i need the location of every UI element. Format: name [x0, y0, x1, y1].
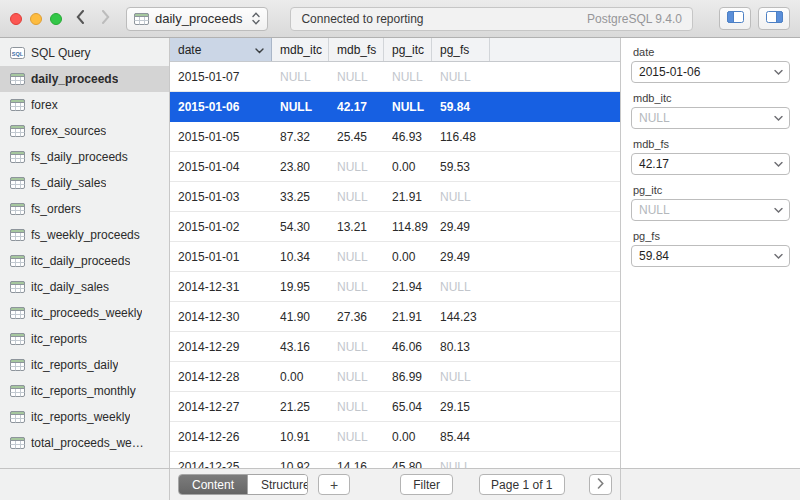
cell-mdb_fs: 25.45 — [329, 130, 384, 144]
table-icon — [10, 125, 25, 137]
zoom-window-button[interactable] — [50, 13, 62, 25]
row-filler — [490, 242, 620, 271]
filter-button[interactable]: Filter — [400, 474, 453, 495]
next-page-button[interactable] — [589, 474, 612, 495]
chevron-right-icon — [597, 478, 604, 492]
table-row[interactable]: 2015-01-0110.34NULL0.0029.49 — [170, 242, 620, 272]
cell-mdb_fs: NULL — [329, 160, 384, 174]
cell-mdb_itc: 0.00 — [272, 370, 329, 384]
cell-pg_fs: 29.49 — [432, 250, 490, 264]
bottom-bar-inspector-spacer — [620, 469, 800, 500]
table-icon — [10, 203, 25, 215]
sidebar-item-daily-proceeds[interactable]: daily_proceeds — [0, 66, 169, 92]
table-row[interactable]: 2014-12-2943.16NULL46.0680.13 — [170, 332, 620, 362]
cell-pg_itc: NULL — [384, 70, 432, 84]
cell-mdb_itc: 10.92 — [272, 460, 329, 469]
cell-date: 2015-01-07 — [170, 70, 272, 84]
sidebar-item-fs-daily-proceeds[interactable]: fs_daily_proceeds — [0, 144, 169, 170]
cell-pg_fs: 144.23 — [432, 310, 490, 324]
table-row[interactable]: 2015-01-07NULLNULLNULLNULL — [170, 62, 620, 92]
forward-button[interactable] — [101, 10, 110, 27]
cell-pg_itc: 45.80 — [384, 460, 432, 469]
sidebar-item-itc-reports-daily[interactable]: itc_reports_daily — [0, 352, 169, 378]
sidebar-item-itc-reports-weekly[interactable]: itc_reports_weekly — [0, 404, 169, 430]
cell-mdb_itc: 21.25 — [272, 400, 329, 414]
table-row[interactable]: 2014-12-280.00NULL86.99NULL — [170, 362, 620, 392]
sidebar-item-itc-reports-monthly[interactable]: itc_reports_monthly — [0, 378, 169, 404]
table-selector-dropdown[interactable]: daily_proceeds — [126, 7, 268, 31]
field-value: 59.84 — [639, 249, 669, 263]
cell-mdb_fs: 42.17 — [329, 100, 384, 114]
table-row[interactable]: 2014-12-3119.95NULL21.94NULL — [170, 272, 620, 302]
table-icon — [10, 307, 25, 319]
sidebar-item-fs-daily-sales[interactable]: fs_daily_sales — [0, 170, 169, 196]
column-header-mdb_itc[interactable]: mdb_itc — [272, 38, 329, 61]
cell-pg_fs: NULL — [432, 460, 490, 469]
back-button[interactable] — [76, 10, 85, 27]
field-value-combo[interactable]: 59.84 — [631, 245, 790, 267]
sidebar-item-itc-reports[interactable]: itc_reports — [0, 326, 169, 352]
table-row[interactable]: 2014-12-2610.91NULL0.0085.44 — [170, 422, 620, 452]
table-row[interactable]: 2015-01-0254.3013.21114.8929.49 — [170, 212, 620, 242]
field-value: 2015-01-06 — [639, 65, 700, 79]
toggle-inspector-button[interactable] — [758, 7, 790, 30]
field-value-combo[interactable]: 42.17 — [631, 153, 790, 175]
sidebar-item-forex-sources[interactable]: forex_sources — [0, 118, 169, 144]
structure-tab[interactable]: Structure — [247, 475, 308, 494]
row-filler — [490, 302, 620, 331]
field-value: 42.17 — [639, 157, 669, 171]
sidebar-item-fs-weekly-proceeds[interactable]: fs_weekly_proceeds — [0, 222, 169, 248]
column-header-pg_fs[interactable]: pg_fs — [432, 38, 490, 61]
table-row[interactable]: 2015-01-06NULL42.17NULL59.84 — [170, 92, 620, 122]
sidebar-item-itc-daily-sales[interactable]: itc_daily_sales — [0, 274, 169, 300]
sidebar-item-itc-proceeds-weekly[interactable]: itc_proceeds_weekly — [0, 300, 169, 326]
column-header-pg_itc[interactable]: pg_itc — [384, 38, 432, 61]
table-row[interactable]: 2014-12-2721.25NULL65.0429.15 — [170, 392, 620, 422]
panel-left-icon — [727, 11, 744, 26]
table-row[interactable]: 2014-12-3041.9027.3621.91144.23 — [170, 302, 620, 332]
add-row-button[interactable]: + — [318, 474, 350, 495]
table-row[interactable]: 2015-01-0587.3225.4546.93116.48 — [170, 122, 620, 152]
sidebar-item-label: fs_daily_sales — [31, 176, 106, 190]
field-value-combo[interactable]: NULL — [631, 199, 790, 221]
sidebar-item-label: fs_weekly_proceeds — [31, 228, 140, 242]
sidebar-item-forex[interactable]: forex — [0, 92, 169, 118]
minimize-window-button[interactable] — [30, 13, 42, 25]
content-tab[interactable]: Content — [179, 475, 247, 494]
cell-pg_itc: 114.89 — [384, 220, 432, 234]
sidebar-item-label: itc_reports_monthly — [31, 384, 136, 398]
column-header-mdb_fs[interactable]: mdb_fs — [329, 38, 384, 61]
grid-column-headers: datemdb_itcmdb_fspg_itcpg_fs — [170, 38, 620, 62]
field-value-combo[interactable]: NULL — [631, 107, 790, 129]
cell-pg_itc: 46.06 — [384, 340, 432, 354]
table-row[interactable]: 2014-12-2510.9214.1645.80NULL — [170, 452, 620, 468]
toggle-sidebar-button[interactable] — [719, 7, 751, 30]
sidebar-item-fs-orders[interactable]: fs_orders — [0, 196, 169, 222]
table-row[interactable]: 2015-01-0333.25NULL21.91NULL — [170, 182, 620, 212]
table-row[interactable]: 2015-01-0423.80NULL0.0059.53 — [170, 152, 620, 182]
close-window-button[interactable] — [10, 13, 22, 25]
cell-pg_fs: 85.44 — [432, 430, 490, 444]
sidebar-item-sql-query[interactable]: SQLSQL Query — [0, 40, 169, 66]
cell-mdb_itc: 10.34 — [272, 250, 329, 264]
cell-pg_itc: 21.91 — [384, 310, 432, 324]
cell-pg_itc: 21.91 — [384, 190, 432, 204]
sidebar-item-itc-daily-proceeds[interactable]: itc_daily_proceeds — [0, 248, 169, 274]
cell-pg_fs: 116.48 — [432, 130, 490, 144]
field-label: pg_itc — [633, 184, 790, 196]
column-header-date[interactable]: date — [170, 38, 272, 61]
chevron-down-icon — [774, 115, 783, 121]
sidebar-item-label: fs_daily_proceeds — [31, 150, 128, 164]
cell-date: 2014-12-31 — [170, 280, 272, 294]
cell-pg_fs: 29.15 — [432, 400, 490, 414]
field-value: NULL — [639, 203, 670, 217]
sidebar-item-label: itc_daily_sales — [31, 280, 109, 294]
table-icon — [10, 177, 25, 189]
connection-status-text: Connected to reporting — [301, 12, 423, 26]
cell-mdb_itc: 23.80 — [272, 160, 329, 174]
page-indicator[interactable]: Page 1 of 1 — [479, 474, 565, 495]
field-label: mdb_itc — [633, 92, 790, 104]
cell-date: 2014-12-28 — [170, 370, 272, 384]
sidebar-item-total-proceeds-we[interactable]: total_proceeds_we… — [0, 430, 169, 456]
field-value-combo[interactable]: 2015-01-06 — [631, 61, 790, 83]
